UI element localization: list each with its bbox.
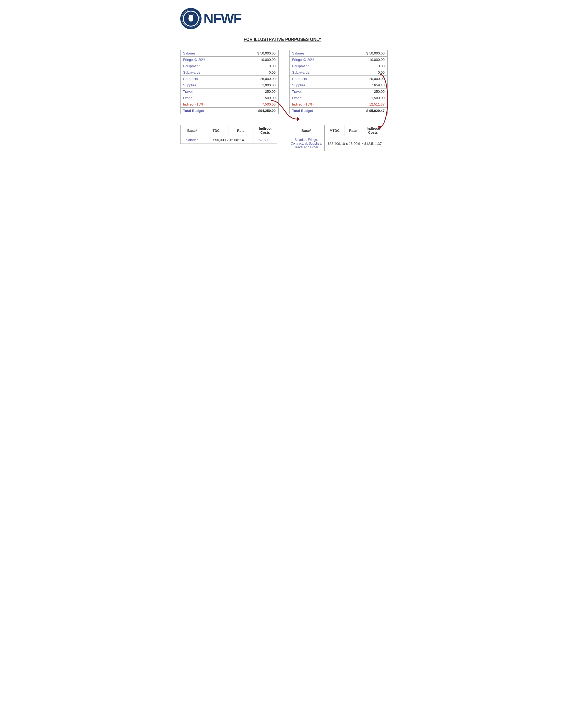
right-budget-label-4: Contracts (289, 76, 343, 82)
left-calc-header-rate: Rate (228, 125, 253, 136)
left-calc-row: Salaries $50,000 x 15.00% = $7,5000 (180, 136, 277, 144)
right-budget-value-2: 0.00 (343, 63, 387, 69)
right-calc-header-rate: Rate (345, 125, 361, 136)
bottom-section: Base* TDC Rate IndirectCosts Salaries $5… (180, 125, 385, 151)
left-budget-value-5: 1,000.00 (234, 82, 278, 89)
left-budget-label-3: Subawards (180, 69, 234, 76)
right-budget-value-3: 0.00 (343, 69, 387, 76)
left-budget-label-2: Equipment (180, 63, 234, 69)
left-budget-value-9: $94,250.00 (234, 108, 278, 114)
left-calc-result: $7,5000 (253, 136, 277, 144)
right-budget-label-2: Equipment (289, 63, 343, 69)
left-calc-header-base: Base* (180, 125, 204, 136)
right-calc-wrapper: Base* MTDC Rate IndirectCosts Salaries, … (288, 125, 385, 151)
left-budget-value-6: 250.00 (234, 89, 278, 95)
left-budget-label-0: Salaries (180, 50, 234, 57)
budgets-row: Salaries$ 50,000.00Fringe @ 20%10,000.00… (180, 50, 385, 114)
right-calc-header-indirect: IndirectCosts (361, 125, 385, 136)
logo-area: NFWF (180, 8, 385, 29)
left-budget-label-7: Other (180, 95, 234, 101)
left-budget-table: Salaries$ 50,000.00Fringe @ 20%10,000.00… (180, 50, 278, 114)
budgets-section: Salaries$ 50,000.00Fringe @ 20%10,000.00… (180, 50, 385, 114)
right-budget-label-7: Other (289, 95, 343, 101)
right-calc-row: Salaries, Fringe,Contractual, Supplies,T… (288, 136, 385, 151)
left-budget-value-1: 10,000.00 (234, 57, 278, 63)
left-calc-table: Base* TDC Rate IndirectCosts Salaries $5… (180, 125, 277, 144)
right-budget-table: Salaries$ 50,000.00Fringe @ 20%10,000.00… (289, 50, 388, 114)
left-calc-base-label: Salaries (180, 136, 204, 144)
left-budget-value-8: 7,500.00 (234, 101, 278, 108)
left-budget-wrapper: Salaries$ 50,000.00Fringe @ 20%10,000.00… (180, 50, 278, 114)
left-budget-label-8: Indirect (15%) (180, 101, 234, 108)
left-budget-value-2: 0.00 (234, 63, 278, 69)
right-budget-value-8: 12,511.37 (343, 101, 387, 108)
left-budget-label-6: Travel (180, 89, 234, 95)
right-calc-header-mtdc: MTDC (325, 125, 345, 136)
right-calc-formula: $83,409.10 x 15.00% = $12,511.37 (325, 136, 385, 151)
right-budget-value-4: 20,000.00 (343, 76, 387, 82)
left-calc-header-tdc: TDC (204, 125, 228, 136)
svg-marker-8 (297, 117, 300, 121)
right-budget-value-7: 1,500.00 (343, 95, 387, 101)
right-budget-value-0: $ 50,000.00 (343, 50, 387, 57)
right-calc-header-base: Base* (288, 125, 325, 136)
right-budget-label-3: Subawards (289, 69, 343, 76)
left-budget-label-9: Total Budget (180, 108, 234, 114)
right-budget-label-6: Travel (289, 89, 343, 95)
left-budget-value-7: 500.00 (234, 95, 278, 101)
right-budget-label-1: Fringe @ 20% (289, 57, 343, 63)
left-budget-label-4: Contracts (180, 76, 234, 82)
right-budget-label-0: Salaries (289, 50, 343, 57)
page-title: FOR ILLUSTRATIVE PURPOSES ONLY (180, 37, 385, 42)
right-budget-value-5: 1659.10 (343, 82, 387, 89)
left-budget-value-4: 25,000.00 (234, 76, 278, 82)
left-budget-value-3: 0.00 (234, 69, 278, 76)
left-budget-label-1: Fringe @ 20% (180, 57, 234, 63)
right-budget-wrapper: Salaries$ 50,000.00Fringe @ 20%10,000.00… (289, 50, 388, 114)
right-budget-value-9: $ 95,920.47 (343, 108, 387, 114)
left-calc-formula: $50,000 x 15.00% = (204, 136, 253, 144)
right-budget-label-9: Total Budget (289, 108, 343, 114)
right-calc-table: Base* MTDC Rate IndirectCosts Salaries, … (288, 125, 385, 151)
right-budget-label-5: Supplies (289, 82, 343, 89)
right-budget-value-6: 250.00 (343, 89, 387, 95)
right-budget-value-1: 10,000.00 (343, 57, 387, 63)
right-budget-label-8: Indirect (15%) (289, 101, 343, 108)
left-budget-label-5: Supplies (180, 82, 234, 89)
org-name: NFWF (204, 11, 241, 27)
logo-circle (180, 8, 201, 29)
left-budget-value-0: $ 50,000.00 (234, 50, 278, 57)
left-calc-header-indirect: IndirectCosts (253, 125, 277, 136)
right-calc-base-label: Salaries, Fringe,Contractual, Supplies,T… (288, 136, 325, 151)
left-calc-wrapper: Base* TDC Rate IndirectCosts Salaries $5… (180, 125, 277, 151)
